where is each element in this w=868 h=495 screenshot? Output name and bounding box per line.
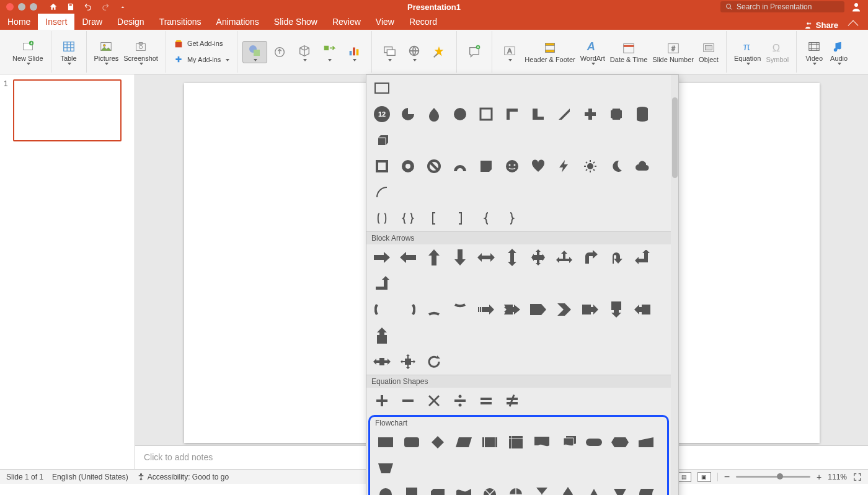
new-slide-button[interactable]: New Slide [10, 37, 46, 66]
slide-thumbnail[interactable] [13, 79, 122, 141]
redo-icon[interactable] [100, 2, 110, 12]
shape-fc-connector[interactable] [376, 485, 395, 495]
shape-uturn-arrow[interactable] [607, 248, 626, 267]
shape-fc-decision[interactable] [428, 433, 447, 452]
chart-button[interactable] [342, 42, 366, 63]
shape-folded-corner[interactable] [477, 157, 495, 176]
shape-heart[interactable] [529, 157, 547, 176]
date-time-button[interactable]: Date & Time [608, 38, 650, 65]
zoom-slider[interactable] [736, 476, 810, 478]
shape-up-arrow-callout[interactable] [373, 326, 391, 345]
share-button[interactable]: Share [804, 20, 863, 30]
shape-fc-collate[interactable] [533, 485, 551, 495]
shape-curved-left-arrow[interactable] [399, 300, 417, 319]
shape-diagonal-stripe[interactable] [555, 105, 574, 123]
comment-button[interactable] [462, 43, 487, 61]
shape-oval[interactable] [451, 105, 469, 123]
tab-design[interactable]: Design [110, 14, 152, 30]
shape-double-brace[interactable] [399, 209, 417, 228]
shape-fc-manual-operation[interactable] [376, 459, 395, 478]
window-minimize[interactable] [18, 3, 25, 11]
shape-striped-right-arrow[interactable] [477, 300, 495, 319]
shape-arc[interactable] [373, 183, 391, 202]
shape-fc-manual-input[interactable] [637, 433, 655, 452]
slide-number-button[interactable]: # Slide Number [650, 38, 696, 65]
save-icon[interactable] [66, 2, 76, 12]
shape-circular-arrow[interactable] [425, 352, 443, 371]
tab-record[interactable]: Record [402, 14, 445, 30]
shape-bevel[interactable] [373, 157, 391, 176]
shape-frame[interactable] [477, 105, 495, 123]
shape-fc-data[interactable] [454, 433, 473, 452]
scrollbar-thumb[interactable] [672, 97, 678, 178]
shape-l-shape[interactable] [529, 105, 547, 123]
tab-home[interactable]: Home [0, 14, 38, 30]
header-footer-button[interactable]: Header & Footer [522, 38, 577, 65]
shape-pie[interactable] [399, 105, 417, 123]
zoom-button[interactable] [377, 42, 402, 63]
shape-quad-arrow[interactable] [529, 248, 547, 267]
accessibility-status[interactable]: Accessibility: Good to go [137, 473, 229, 481]
search-input[interactable]: Search in Presentation [720, 1, 844, 12]
shape-fc-internal-storage[interactable] [507, 433, 525, 452]
shape-moon[interactable] [607, 157, 626, 176]
window-zoom[interactable] [30, 3, 37, 11]
shape-sun[interactable] [581, 157, 600, 176]
wordart-button[interactable]: A WordArt [578, 37, 608, 66]
shape-quad-arrow-callout[interactable] [399, 352, 417, 371]
zoom-in[interactable]: + [817, 472, 822, 482]
window-close[interactable] [6, 3, 14, 11]
object-button[interactable]: Object [696, 38, 721, 65]
shape-left-right-arrow-callout[interactable] [373, 352, 391, 371]
tab-view[interactable]: View [368, 14, 402, 30]
shape-fc-alternate-process[interactable] [402, 433, 421, 452]
shape-fc-preparation[interactable] [611, 433, 629, 452]
shape-rectangle[interactable] [373, 79, 391, 97]
shape-eq-not-equal[interactable] [503, 391, 521, 410]
shape-left-arrow[interactable] [399, 248, 417, 267]
collapse-ribbon-icon[interactable] [848, 20, 859, 30]
shape-left-up-arrow[interactable] [633, 248, 652, 267]
qat-customize-icon[interactable] [118, 2, 128, 12]
shapes-scrollbar[interactable] [671, 75, 678, 495]
shape-left-arrow-callout[interactable] [633, 300, 652, 319]
fit-to-window[interactable] [853, 473, 862, 481]
my-addins-button[interactable]: My Add-ins [171, 54, 232, 66]
tab-transitions[interactable]: Transitions [152, 14, 209, 30]
zoom-slider-knob[interactable] [777, 473, 783, 479]
shape-left-right-arrow[interactable] [477, 248, 495, 267]
view-slideshow[interactable]: ▣ [698, 472, 711, 482]
shape-fc-multidocument[interactable] [559, 433, 577, 452]
shape-bent-arrow[interactable] [581, 248, 600, 267]
shape-fc-offpage-connector[interactable] [402, 485, 421, 495]
shape-fc-sort[interactable] [559, 485, 577, 495]
tab-slide-show[interactable]: Slide Show [267, 14, 325, 30]
link-button[interactable] [402, 42, 427, 63]
view-reading[interactable]: ▤ [678, 472, 691, 482]
shape-donut[interactable] [399, 157, 417, 176]
get-addins-button[interactable]: Get Add-ins [171, 38, 225, 50]
shape-eq-multiply[interactable] [425, 391, 443, 410]
shape-left-brace[interactable] [477, 209, 495, 228]
shape-double-bracket[interactable] [373, 209, 391, 228]
smartart-button[interactable] [317, 42, 342, 63]
shape-right-brace[interactable] [503, 209, 521, 228]
shape-teardrop[interactable] [425, 105, 443, 123]
shape-fc-stored-data[interactable] [637, 485, 655, 495]
shape-right-bracket[interactable] [451, 209, 469, 228]
slide-thumbnail-panel[interactable]: 1 [0, 74, 135, 469]
shape-notched-right-arrow[interactable] [503, 300, 521, 319]
shape-up-arrow[interactable] [425, 248, 443, 267]
tab-draw[interactable]: Draw [74, 14, 110, 30]
shape-eq-plus[interactable] [373, 391, 391, 410]
shape-right-arrow-callout[interactable] [581, 300, 600, 319]
shape-bent-up-arrow[interactable] [373, 274, 391, 293]
pictures-button[interactable]: Pictures [92, 37, 122, 66]
shape-fc-predefined-process[interactable] [480, 433, 499, 452]
shape-left-bracket[interactable] [425, 209, 443, 228]
shape-right-arrow[interactable] [373, 248, 391, 267]
tab-insert[interactable]: Insert [38, 14, 74, 30]
icons-button[interactable] [267, 43, 292, 61]
shape-cube[interactable] [373, 131, 391, 149]
shape-lightning-bolt[interactable] [555, 157, 574, 176]
